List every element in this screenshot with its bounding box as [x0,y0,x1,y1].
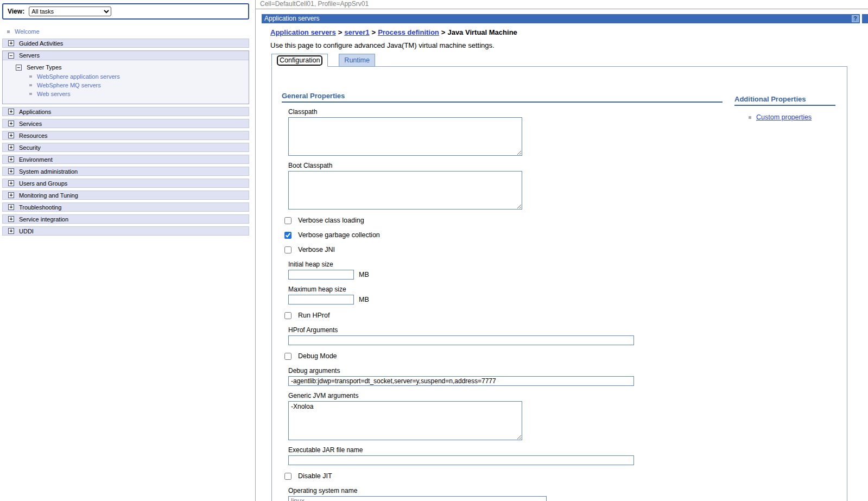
breadcrumb-server1[interactable]: server1 [344,28,369,36]
sidebar-item-websphere-mq-servers[interactable]: WebSphere MQ servers [3,82,249,88]
max-heap-input[interactable] [288,295,354,305]
sidebar-section-services[interactable]: + Services [2,119,249,128]
disable-jit-checkbox[interactable] [284,473,292,480]
bullet-icon [7,30,10,33]
executable-jar-label: Executable JAR file name [288,446,723,454]
verbose-class-loading-row: Verbose class loading [284,217,723,224]
os-name-label: Operating system name [288,487,723,494]
initial-heap-row: MB [282,270,723,280]
websphere-mq-servers-link[interactable]: WebSphere MQ servers [37,82,101,88]
generic-jvm-textarea[interactable]: -Xnoloa [288,401,522,440]
section-label: Servers [19,52,40,59]
max-heap-row: MB [282,295,723,305]
minus-icon[interactable]: − [16,65,22,71]
sidebar-section-service-integration[interactable]: + Service integration [2,214,249,224]
tab-configuration-label: Configuration [277,55,322,66]
verbose-gc-label: Verbose garbage collection [298,231,380,239]
section-label: Resources [19,132,48,139]
os-name-input[interactable] [288,496,547,501]
hprof-args-label: HProf Arguments [288,326,723,334]
plus-icon[interactable]: + [8,204,14,210]
verbose-gc-row: Verbose garbage collection [284,231,723,239]
run-hprof-checkbox[interactable] [284,312,292,319]
sidebar-section-guided-activities[interactable]: + Guided Activities [2,39,249,48]
max-heap-label: Maximum heap size [288,286,723,293]
hprof-args-input[interactable] [288,335,634,345]
welcome-link[interactable]: Welcome [15,28,40,35]
verbose-gc-checkbox[interactable] [284,232,292,239]
plus-icon[interactable]: + [8,121,14,126]
custom-properties-row[interactable]: Custom properties [749,113,835,121]
websphere-application-servers-link[interactable]: WebSphere application servers [37,73,120,80]
disable-jit-label: Disable JIT [298,472,332,480]
sidebar-section-monitoring-and-tuning[interactable]: + Monitoring and Tuning [2,191,249,200]
plus-icon[interactable]: + [8,144,14,150]
plus-icon[interactable]: + [8,156,14,162]
bullet-icon [29,93,32,95]
tab-runtime-label: Runtime [344,56,370,64]
servers-tree: − Server Types WebSphere application ser… [3,60,249,104]
breadcrumb-process-definition[interactable]: Process definition [378,28,439,36]
bullet-icon [29,84,32,86]
plus-icon[interactable]: + [8,180,14,186]
plus-icon[interactable]: + [8,168,14,174]
section-label: Guided Activities [19,40,63,47]
additional-properties-links: Custom properties [734,113,835,121]
tab-runtime[interactable]: Runtime [339,54,375,67]
sidebar-section-users-and-groups[interactable]: + Users and Groups [2,179,249,188]
navigation-sidebar: View: All tasks Welcome + Guided Activit… [0,0,256,501]
debug-mode-checkbox[interactable] [284,353,292,360]
executable-jar-input[interactable] [288,455,634,465]
sidebar-section-resources[interactable]: + Resources [2,131,249,140]
custom-properties-link[interactable]: Custom properties [756,113,812,121]
breadcrumb-application-servers[interactable]: Application servers [270,28,336,36]
help-icon[interactable]: ? [852,15,859,22]
plus-icon[interactable]: + [8,192,14,198]
verbose-jni-checkbox[interactable] [284,246,292,253]
tree-branch-label: Server Types [27,64,62,71]
sidebar-section-troubleshooting[interactable]: + Troubleshooting [2,202,249,212]
tab-bar: Configuration Runtime [271,54,868,67]
sidebar-section-environment[interactable]: + Environment [2,155,249,164]
classpath-textarea[interactable] [288,117,522,156]
sidebar-section-applications[interactable]: + Applications [2,107,249,116]
sidebar-section-uddi[interactable]: + UDDI [2,226,249,236]
breadcrumb-current: Java Virtual Machine [447,28,517,36]
plus-icon[interactable]: + [8,40,14,46]
initial-heap-input[interactable] [288,270,354,280]
page-content: Application servers>server1>Process defi… [256,23,868,501]
bullet-icon [29,75,32,78]
section-label: Monitoring and Tuning [19,192,78,199]
page-titlebar: Application servers ? [262,14,860,23]
web-servers-link[interactable]: Web servers [37,91,71,97]
boot-classpath-textarea[interactable] [288,171,522,210]
view-select[interactable]: All tasks [29,7,111,16]
plus-icon[interactable]: + [8,216,14,222]
debug-args-label: Debug arguments [288,367,723,375]
admin-console: View: All tasks Welcome + Guided Activit… [0,0,868,501]
additional-properties-heading: Additional Properties [734,95,835,106]
minus-icon[interactable]: − [8,53,14,59]
generic-jvm-label: Generic JVM arguments [288,392,723,399]
sidebar-item-welcome[interactable]: Welcome [2,25,249,39]
verbose-class-loading-checkbox[interactable] [284,217,292,224]
section-label: Applications [19,109,51,115]
bullet-icon [749,116,751,119]
section-label: Service integration [19,216,68,223]
breadcrumb-separator: > [336,28,345,36]
titlebar-row: Application servers ? [262,14,868,23]
sidebar-section-security[interactable]: + Security [2,143,249,152]
sidebar-section-system-administration[interactable]: + System administration [2,167,249,176]
plus-icon[interactable]: + [8,228,14,234]
plus-icon[interactable]: + [8,109,14,115]
tab-configuration[interactable]: Configuration [271,54,328,67]
plus-icon[interactable]: + [8,132,14,138]
breadcrumb-separator: > [439,28,448,36]
tree-branch-server-types[interactable]: − Server Types [3,64,249,71]
debug-args-input[interactable] [288,376,634,386]
sidebar-item-websphere-application-servers[interactable]: WebSphere application servers [3,73,249,80]
section-label: Services [19,121,42,127]
sidebar-item-web-servers[interactable]: Web servers [3,91,249,97]
verbose-jni-row: Verbose JNI [284,246,723,253]
sidebar-section-servers[interactable]: − Servers [3,51,249,60]
